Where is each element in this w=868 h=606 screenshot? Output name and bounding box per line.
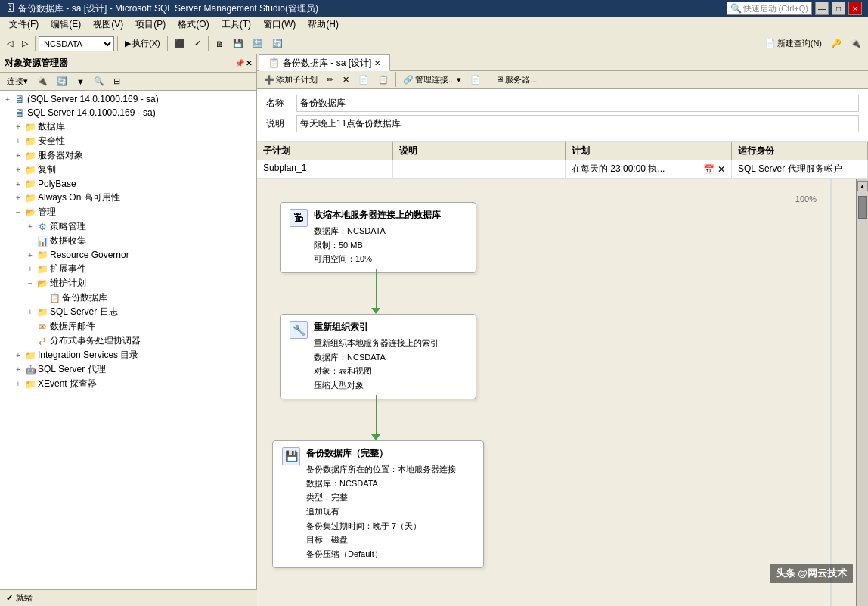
menu-help[interactable]: 帮助(H) (302, 17, 345, 33)
cell-schedule[interactable]: 在每天的 23:00:00 执... 📅 ✕ (566, 160, 732, 179)
maximize-button[interactable]: □ (832, 2, 845, 15)
tree-item-security[interactable]: + 📁 安全性 (0, 134, 256, 148)
tree-item-resourcegov[interactable]: + 📁 Resource Governor (0, 248, 256, 262)
tree-item-databases[interactable]: + 📁 数据库 (0, 120, 256, 134)
expand-is[interactable]: + (12, 351, 24, 359)
reorg-line2: 对象：表和视图 (314, 364, 439, 378)
tree-item-server1[interactable]: + 🖥 (SQL Server 14.0.1000.169 - sa) (0, 92, 256, 106)
menu-view[interactable]: 视图(V) (87, 17, 129, 33)
manage-conn-button[interactable]: 🔗 管理连接... ▾ (399, 71, 465, 88)
scroll-track[interactable] (857, 193, 868, 606)
oe-toolbar: 连接▾ 🔌 🔄 ▼ 🔍 ⊟ (0, 73, 256, 91)
tree-item-datacollect[interactable]: 📊 数据收集 (0, 234, 256, 248)
toolbar-misc2[interactable]: 🔌 (847, 36, 865, 52)
toolbar-icon1[interactable]: 📄 (355, 71, 373, 88)
backup-line0: 备份数据库所在的位置：本地服务器连接 (306, 462, 456, 477)
menu-window[interactable]: 窗口(W) (257, 17, 302, 33)
toolbar-misc1[interactable]: 🔑 (827, 36, 845, 52)
toolbar-btn4[interactable]: 🔄 (268, 36, 287, 52)
expand-policy[interactable]: + (24, 222, 36, 231)
edit-subplan-button[interactable]: ✏ (323, 71, 337, 88)
schedule-delete-icon[interactable]: ✕ (718, 164, 725, 175)
oe-disconnect-button[interactable]: 🔌 (33, 73, 51, 90)
menu-project[interactable]: 项目(P) (129, 17, 172, 33)
server-button[interactable]: 🖥 服务器... (491, 71, 541, 88)
tree-item-sqllog[interactable]: + 📁 SQL Server 日志 (0, 305, 256, 319)
expand-sqllog[interactable]: + (24, 308, 36, 316)
toolbar-icon2[interactable]: 📋 (374, 71, 392, 88)
expand-serverobj[interactable]: + (12, 151, 24, 160)
minimize-button[interactable]: — (815, 2, 829, 15)
expand-xevent[interactable]: + (12, 380, 24, 388)
flow-node-reorg[interactable]: 🔧 重新组织索引 重新组织本地服务器连接上的索引 数据库：NCSDATA 对象：… (280, 314, 476, 399)
tree-item-backupdb[interactable]: 📋 备份数据库 (0, 291, 256, 305)
tree-item-alwayson[interactable]: + 📁 Always On 高可用性 (0, 191, 256, 205)
prop-name-value[interactable]: 备份数据库 (296, 95, 859, 112)
tree-item-polybase[interactable]: + 📁 PolyBase (0, 177, 256, 191)
expand-server1[interactable]: + (2, 95, 14, 104)
close-button[interactable]: ✕ (848, 2, 862, 15)
expand-databases[interactable]: + (12, 123, 24, 131)
execute-button[interactable]: ▶ 执行(X) (121, 36, 164, 52)
add-subplan-button[interactable]: ➕ 添加子计划 (260, 71, 321, 88)
canvas-area[interactable]: 🗜 收缩本地服务器连接上的数据库 数据库：NCSDATA 限制：50 MB 可用… (257, 179, 856, 606)
database-selector[interactable]: NCSDATA (39, 36, 114, 51)
oe-pin[interactable]: 📌 (235, 59, 244, 67)
oe-collapse-button[interactable]: ⊟ (110, 73, 124, 90)
menu-file[interactable]: 文件(F) (3, 17, 45, 33)
toolbar-btn1[interactable]: 🗎 (212, 36, 228, 52)
tree-item-extendedevents[interactable]: + 📁 扩展事件 (0, 262, 256, 276)
expand-security[interactable]: + (12, 137, 24, 145)
menu-format[interactable]: 格式(O) (172, 17, 215, 33)
toolbar-forward[interactable]: ▷ (18, 36, 32, 52)
canvas-scrollbar[interactable]: ▲ ▼ (856, 179, 868, 606)
search-box[interactable]: 🔍 快速启动 (Ctrl+Q) (727, 2, 812, 15)
toolbar-btn3[interactable]: 🔙 (249, 36, 267, 52)
tab-design[interactable]: 📋 备份数据库 - sa [设计] ✕ (259, 54, 390, 71)
oe-connect-button[interactable]: 连接▾ (3, 73, 32, 90)
expand-polybase[interactable]: + (12, 180, 24, 188)
scroll-up-button[interactable]: ▲ (857, 181, 868, 191)
tree-item-dbmail[interactable]: ✉ 数据库邮件 (0, 319, 256, 334)
menu-edit[interactable]: 编辑(E) (45, 17, 87, 33)
table-row[interactable]: Subplan_1 在每天的 23:00:00 执... 📅 ✕ SQL Ser… (257, 160, 868, 179)
tree-item-policy[interactable]: + ⚙ 策略管理 (0, 219, 256, 234)
toolbar-stop[interactable]: ⬛ (171, 36, 189, 52)
expand-extendedevents[interactable]: + (24, 265, 36, 273)
expand-replication[interactable]: + (12, 166, 24, 174)
tree-item-server2[interactable]: − 🖥 SQL Server 14.0.1000.169 - sa) (0, 106, 256, 120)
oe-search-button[interactable]: 🔍 (90, 73, 108, 90)
tree-item-distrib[interactable]: ⇄ 分布式事务处理协调器 (0, 334, 256, 348)
flow-node-shrink[interactable]: 🗜 收缩本地服务器连接上的数据库 数据库：NCSDATA 限制：50 MB 可用… (280, 202, 476, 273)
shrink-line0: 数据库：NCSDATA (314, 224, 441, 238)
tree-item-management[interactable]: − 📂 管理 (0, 205, 256, 219)
tree-item-xevent[interactable]: + 📁 XEvent 探查器 (0, 377, 256, 391)
tree-item-maintenance[interactable]: − 📂 维护计划 (0, 276, 256, 291)
oe-close-icon[interactable]: ✕ (246, 59, 252, 67)
toolbar-parse[interactable]: ✓ (191, 36, 205, 52)
manage-conn-dropdown[interactable]: ▾ (457, 75, 461, 85)
schedule-edit-icon[interactable]: 📅 (703, 164, 715, 175)
tree-item-is[interactable]: + 📁 Integration Services 目录 (0, 348, 256, 362)
new-query-button[interactable]: 📄 新建查询(N) (761, 36, 826, 52)
toolbar-back[interactable]: ◁ (3, 36, 17, 52)
flow-node-backup[interactable]: 💾 备份数据库（完整） 备份数据库所在的位置：本地服务器连接 数据库：NCSDA… (272, 440, 484, 568)
toolbar-btn2[interactable]: 💾 (229, 36, 247, 52)
expand-server2[interactable]: − (2, 109, 14, 117)
prop-desc-value[interactable]: 每天晚上11点备份数据库 (296, 115, 859, 132)
expand-resourcegov[interactable]: + (24, 251, 36, 259)
expand-alwayson[interactable]: + (12, 194, 24, 202)
tree-item-serverobj[interactable]: + 📁 服务器对象 (0, 148, 256, 163)
expand-management[interactable]: − (12, 208, 24, 216)
delete-subplan-button[interactable]: ✕ (339, 71, 353, 88)
oe-filter-button[interactable]: ▼ (73, 73, 88, 90)
expand-maintenance[interactable]: − (24, 279, 36, 287)
expand-sqlagent[interactable]: + (12, 365, 24, 374)
menu-tools[interactable]: 工具(T) (215, 17, 257, 33)
tree-item-sqlagent[interactable]: + 🤖 SQL Server 代理 (0, 362, 256, 377)
oe-refresh-button[interactable]: 🔄 (53, 73, 71, 90)
toolbar-icon3[interactable]: 📄 (467, 71, 485, 88)
tab-close-button[interactable]: ✕ (374, 59, 380, 67)
scroll-thumb[interactable] (858, 196, 867, 219)
tree-item-replication[interactable]: + 📁 复制 (0, 163, 256, 177)
